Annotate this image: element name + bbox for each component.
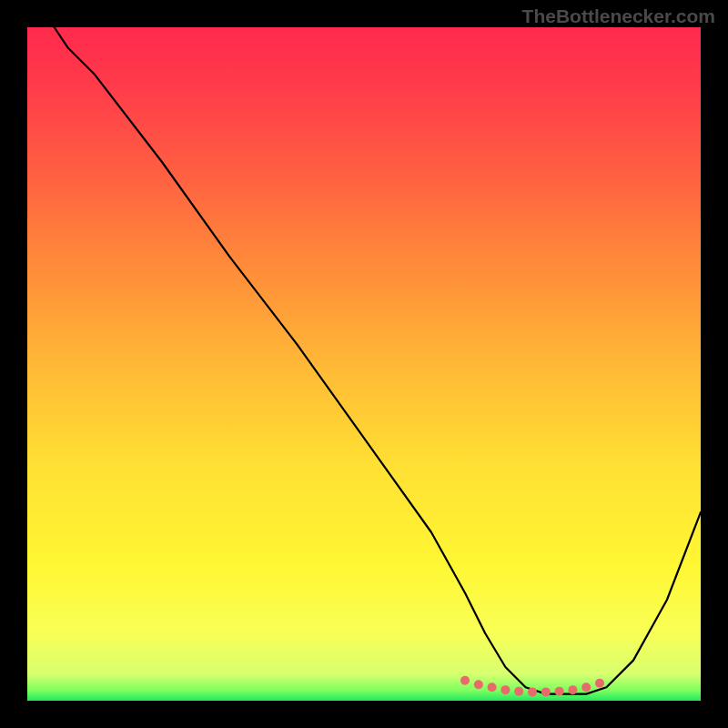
gradient-background <box>27 27 701 701</box>
dot-marker <box>581 682 591 692</box>
chart-container: TheBottlenecker.com <box>0 0 728 728</box>
dot-marker <box>541 687 551 696</box>
chart-svg <box>27 27 701 701</box>
dot-marker <box>460 676 470 685</box>
dot-marker <box>500 685 510 694</box>
watermark-text: TheBottlenecker.com <box>522 5 715 27</box>
dot-marker <box>568 685 577 694</box>
dot-marker <box>488 682 497 692</box>
dot-marker <box>595 679 604 688</box>
dot-marker <box>514 687 523 696</box>
plot-area <box>27 27 701 701</box>
dot-marker <box>474 680 483 689</box>
dot-marker <box>528 687 537 696</box>
dot-marker <box>555 687 564 696</box>
